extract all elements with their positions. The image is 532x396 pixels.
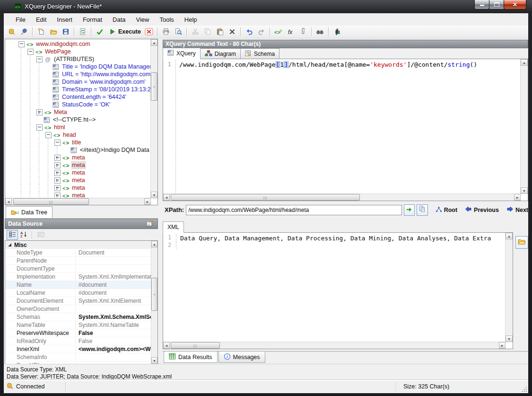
results-hscrollbar[interactable]: ◄ ► |||	[163, 342, 506, 349]
expand-icon[interactable]	[54, 177, 61, 184]
toolbar-stop-button[interactable]	[143, 27, 155, 36]
alphabetical-sort-button[interactable]: AZ	[18, 230, 29, 240]
maximize-button[interactable]	[489, 0, 504, 9]
previous-button[interactable]: Previous	[465, 206, 499, 213]
tree-node[interactable]: ADomain = 'www.indigodqm.com'	[5, 78, 151, 86]
results-hscroll-thumb[interactable]: |||	[171, 342, 220, 349]
results-vscrollbar[interactable]: ▲ ▼	[505, 233, 513, 342]
toolbar-xml-node-button[interactable]: <>	[273, 27, 284, 36]
property-row[interactable]: PreserveWhitespaceFalse	[5, 329, 151, 337]
collapse-icon[interactable]	[36, 124, 43, 131]
toolbar-attach-button[interactable]	[297, 27, 309, 36]
tree-node[interactable]: <>head	[5, 131, 151, 139]
scroll-down-icon[interactable]: ▼	[151, 357, 157, 364]
tree-node[interactable]: <>meta	[5, 176, 151, 184]
toolbar-find-button[interactable]	[314, 27, 326, 36]
property-row[interactable]: NodeTypeDocument	[5, 249, 151, 257]
tree-node[interactable]: <>meta	[5, 192, 151, 198]
collapse-icon[interactable]	[18, 41, 25, 47]
xpath-go-button[interactable]	[404, 204, 415, 216]
results-editor[interactable]: 1Data Query, Data Management, Data Proce…	[163, 232, 513, 349]
toolbar-new-file-button[interactable]	[35, 27, 47, 36]
toolbar-exit-button[interactable]	[331, 27, 343, 36]
tree-node[interactable]: A<!--CTYPE ht-->	[5, 116, 151, 123]
tree-hscrollbar[interactable]: ◄ ► |||	[5, 198, 151, 205]
toolbar-save-button[interactable]	[60, 27, 71, 36]
xpath-input[interactable]	[186, 205, 402, 215]
toolbar-redo-button[interactable]	[256, 27, 267, 36]
property-value[interactable]: <www.indigodqm.com><We	[76, 346, 151, 352]
tree-node[interactable]: @(ATTRIBUTES)	[5, 55, 151, 63]
property-row[interactable]: Name#document	[5, 281, 151, 289]
tab-data-results[interactable]: Data Results	[164, 352, 218, 363]
property-row[interactable]: DocumentElementSystem.Xml.XmlElement	[5, 297, 151, 305]
menu-format[interactable]: Format	[78, 15, 107, 25]
toolbar-delete-button[interactable]	[227, 27, 238, 36]
tab-xquery[interactable]: A XQuery	[163, 48, 201, 59]
categorized-button[interactable]	[7, 230, 18, 240]
expand-icon[interactable]	[54, 185, 61, 191]
tab-messages[interactable]: i Messages	[218, 352, 265, 363]
toolbar-undo-button[interactable]	[244, 27, 255, 36]
property-row[interactable]: ParentNode	[5, 257, 151, 265]
menu-edit[interactable]: Edit	[31, 15, 52, 25]
tree-node[interactable]: AContentLength = '64424'	[5, 93, 151, 101]
scroll-up-icon[interactable]: ▲	[521, 59, 528, 66]
close-button[interactable]: ✕	[504, 0, 526, 9]
toolbar-open-file-button[interactable]	[48, 27, 59, 36]
property-value[interactable]: #document	[76, 290, 151, 296]
tree-node[interactable]: <>meta	[5, 154, 151, 161]
toolbar-paste-button[interactable]	[214, 27, 226, 36]
toolbar-refresh-button[interactable]	[77, 27, 88, 36]
tree-vscroll-thumb[interactable]: ≡	[151, 72, 157, 101]
toolbar-copy-button[interactable]	[202, 27, 213, 36]
tree-node[interactable]: <>html	[5, 123, 151, 131]
property-value[interactable]: System.Xml.XmlElement	[76, 298, 151, 304]
scroll-left-icon[interactable]: ◄	[163, 194, 170, 201]
tree-node[interactable]: AURL = 'http://www.indigodqm.com/'	[5, 70, 151, 78]
collapse-icon[interactable]	[45, 132, 52, 138]
toolbar-print-preview-button[interactable]	[173, 27, 184, 36]
property-row[interactable]: LocalName#document	[5, 289, 151, 297]
tree-hscroll-thumb[interactable]: |||	[13, 198, 89, 205]
property-value[interactable]: System.Xml.Schema.XmlSc	[76, 314, 151, 320]
scroll-left-icon[interactable]: ◄	[163, 342, 170, 349]
scroll-left-icon[interactable]: ◄	[5, 198, 12, 205]
tree-node[interactable]: <>meta	[5, 161, 151, 169]
property-row[interactable]: InnerXml<www.indigodqm.com><We	[5, 345, 151, 353]
tree-node[interactable]: <>Meta	[5, 108, 151, 116]
property-row[interactable]: SchemaInfo	[5, 353, 151, 361]
tree-node[interactable]: ATitle = 'Indigo DQM Data Management	[5, 63, 151, 70]
scroll-up-icon[interactable]: ▲	[151, 39, 157, 46]
minimize-button[interactable]	[474, 0, 489, 9]
tree-node[interactable]: <>meta	[5, 169, 151, 176]
property-grid-vscrollbar[interactable]: ▲ ▼ ≡	[151, 241, 157, 364]
collapse-icon[interactable]	[27, 49, 34, 55]
tree-node[interactable]: <>www.indigodqm.com	[5, 40, 151, 48]
xpath-copy-button[interactable]	[417, 204, 427, 216]
toolbar-cut-button[interactable]	[190, 27, 201, 36]
root-button[interactable]: Root	[436, 206, 457, 214]
toolbar-validate-button[interactable]	[94, 27, 105, 36]
toolbar-connect-button[interactable]	[18, 27, 30, 36]
tree-node[interactable]: ATimeStamp = '08/10/2019 13:13:24'	[5, 86, 151, 93]
menu-data[interactable]: Data	[107, 15, 131, 25]
property-grid-vscroll-thumb[interactable]: ≡	[151, 278, 157, 311]
property-value[interactable]: Document	[76, 249, 151, 256]
expand-icon[interactable]	[54, 170, 61, 176]
scroll-down-icon[interactable]: ▼	[151, 192, 157, 198]
menu-file[interactable]: File	[10, 15, 31, 25]
property-category[interactable]: Misc	[5, 241, 151, 249]
tab-schema[interactable]: Schema	[241, 48, 279, 59]
menu-tools[interactable]: Tools	[154, 15, 179, 25]
scroll-up-icon[interactable]: ▲	[151, 241, 157, 247]
xquery-hscroll-thumb[interactable]: |||	[171, 194, 360, 201]
next-button[interactable]: Next	[506, 206, 528, 213]
property-value[interactable]: #document	[76, 282, 151, 288]
toolbar-function-button[interactable]: fx	[285, 27, 297, 36]
menu-insert[interactable]: Insert	[52, 15, 78, 25]
properties-icon[interactable]	[146, 220, 155, 228]
property-row[interactable]: OwnerDocument	[5, 305, 151, 313]
expand-icon[interactable]	[36, 109, 43, 115]
property-row[interactable]: SchemasSystem.Xml.Schema.XmlSc	[5, 313, 151, 321]
